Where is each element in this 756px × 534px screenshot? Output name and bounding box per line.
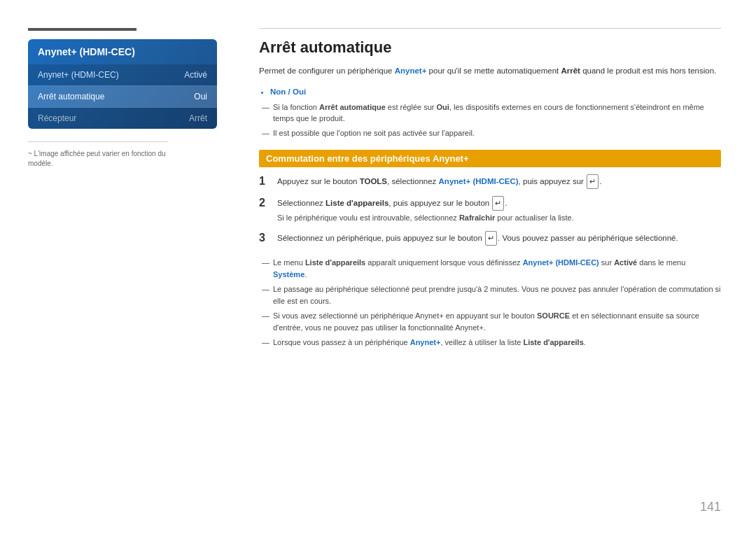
- menu-item-recepteur[interactable]: Récepteur Arrêt: [28, 108, 217, 129]
- bn4-liste: Liste d'appareils: [523, 338, 583, 346]
- section-heading: Commutation entre des périphériques Anyn…: [259, 150, 721, 167]
- intro-text: Permet de configurer un périphérique Any…: [259, 65, 721, 78]
- option-oui: Oui: [293, 87, 306, 96]
- step-1: 1 Appuyez sur le bouton TOOLS, sélection…: [259, 174, 721, 189]
- bn1-anynet: Anynet+ (HDMI-CEC): [523, 258, 599, 267]
- step-2: 2 Sélectionnez Liste d'appareils, puis a…: [259, 196, 721, 224]
- menu-item-recepteur-label: Récepteur: [38, 113, 76, 123]
- top-bar-decoration: [28, 28, 136, 31]
- s1-tools: TOOLS: [360, 177, 387, 185]
- step-2-sub: Si le périphérique voulu est introuvable…: [277, 213, 721, 224]
- option-non: Non: [270, 87, 286, 96]
- left-panel: Anynet+ (HDMI-CEC) Anynet+ (HDMI-CEC) Ac…: [28, 28, 231, 506]
- intro-arret-bold: Arrêt: [561, 66, 580, 75]
- page-number: 141: [700, 500, 721, 514]
- bn3-source: SOURCE: [537, 311, 570, 320]
- dash-note-2: Il est possible que l'option ne soit pas…: [267, 127, 721, 139]
- dn1-arret: Arrêt automatique: [319, 103, 386, 111]
- bullet-non-oui: Non / Oui: [270, 87, 721, 96]
- s1-enter-icon: ↵: [587, 174, 598, 189]
- s2-refresh: Rafraîchir: [459, 213, 495, 222]
- menu-title: Anynet+ (HDMI-CEC): [28, 39, 217, 64]
- note-section: ~ L'image affichée peut varier en foncti…: [28, 141, 168, 169]
- step-1-content: Appuyez sur le bouton TOOLS, sélectionne…: [277, 174, 721, 189]
- bottom-note-2: Le passage au périphérique sélectionné p…: [267, 283, 721, 307]
- step-3-content: Sélectionnez un périphérique, puis appuy…: [277, 231, 721, 246]
- s2-liste: Liste d'appareils: [326, 199, 388, 207]
- menu-item-anynet-label: Anynet+ (HDMI-CEC): [38, 70, 119, 80]
- bottom-note-1: Le menu Liste d'appareils apparaît uniqu…: [267, 257, 721, 280]
- s2-enter-icon: ↵: [492, 196, 504, 211]
- bn1-sys: Système: [273, 270, 304, 279]
- dash-note-1: Si la fonction Arrêt automatique est rég…: [267, 101, 721, 125]
- step-3-num: 3: [259, 231, 272, 244]
- menu-box: Anynet+ (HDMI-CEC) Anynet+ (HDMI-CEC) Ac…: [28, 39, 217, 129]
- step-1-num: 1: [259, 174, 272, 188]
- step-2-num: 2: [259, 196, 272, 209]
- menu-item-anynet[interactable]: Anynet+ (HDMI-CEC) Activé: [28, 64, 217, 85]
- right-panel: Arrêt automatique Permet de configurer u…: [259, 28, 721, 506]
- menu-item-arret-label: Arrêt automatique: [38, 92, 104, 101]
- top-line-decoration: [259, 28, 721, 29]
- menu-item-anynet-value: Activé: [184, 70, 207, 80]
- numbered-steps: 1 Appuyez sur le bouton TOOLS, sélection…: [259, 174, 721, 253]
- dn1-oui: Oui: [437, 103, 449, 111]
- step-3: 3 Sélectionnez un périphérique, puis app…: [259, 231, 721, 246]
- menu-item-arret-value: Oui: [194, 92, 207, 101]
- page-title: Arrêt automatique: [259, 38, 721, 57]
- bn1-liste: Liste d'appareils: [305, 258, 365, 267]
- s3-enter-icon: ↵: [485, 231, 497, 246]
- bottom-notes: Le menu Liste d'appareils apparaît uniqu…: [259, 257, 721, 352]
- intro-anynet-bold: Anynet+: [395, 66, 427, 75]
- menu-item-arret[interactable]: Arrêt automatique Oui: [28, 86, 217, 107]
- bn1-active: Activé: [614, 258, 637, 267]
- step-2-content: Sélectionnez Liste d'appareils, puis app…: [277, 196, 721, 224]
- menu-item-recepteur-value: Arrêt: [189, 113, 207, 123]
- bottom-note-3: Si vous avez sélectionné un périphérique…: [267, 310, 721, 333]
- bottom-note-4: Lorsque vous passez à un périphérique An…: [267, 337, 721, 349]
- page-container: Anynet+ (HDMI-CEC) Anynet+ (HDMI-CEC) Ac…: [0, 0, 756, 534]
- bullet-list: Non / Oui: [270, 87, 721, 97]
- bn4-anynet: Anynet+: [410, 338, 441, 346]
- note-text: ~ L'image affichée peut varier en foncti…: [28, 149, 168, 169]
- s1-anynet: Anynet+ (HDMI-CEC): [439, 177, 519, 185]
